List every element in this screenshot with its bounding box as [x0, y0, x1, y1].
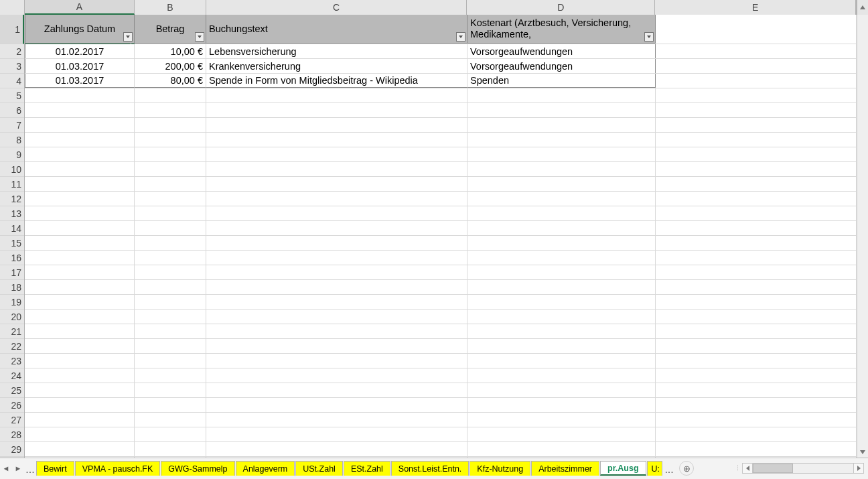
cell-E14[interactable]	[656, 221, 857, 235]
cell-E22[interactable]	[656, 339, 857, 353]
cell-A27[interactable]	[25, 413, 135, 427]
cell-E23[interactable]	[656, 354, 857, 368]
cell-A30[interactable]	[25, 457, 135, 458]
row-header-16[interactable]: 16	[0, 251, 24, 265]
cell-D14[interactable]	[467, 221, 656, 235]
cell-B9[interactable]	[135, 147, 206, 161]
cell-A15[interactable]	[25, 236, 135, 250]
cell-C25[interactable]	[206, 383, 467, 397]
cell-D6[interactable]	[467, 103, 656, 117]
cell-D29[interactable]	[467, 442, 656, 456]
cell-E15[interactable]	[656, 236, 857, 250]
cell-B8[interactable]	[135, 133, 206, 147]
cell-A4[interactable]: 01.03.2017	[25, 74, 135, 88]
tabs-nav-next[interactable]: ►	[12, 461, 24, 476]
cell-B29[interactable]	[135, 442, 206, 456]
cell-E17[interactable]	[656, 265, 857, 279]
row-header-23[interactable]: 23	[0, 354, 24, 368]
sheet-tab[interactable]: Kfz-Nutzung	[469, 461, 530, 476]
cell-D7[interactable]	[467, 118, 656, 132]
cell-C10[interactable]	[206, 162, 467, 176]
vscroll-down-button[interactable]	[857, 447, 868, 458]
row-header-17[interactable]: 17	[0, 265, 24, 280]
cell-D25[interactable]	[467, 383, 656, 397]
cell-B12[interactable]	[135, 192, 206, 206]
cell-E7[interactable]	[656, 118, 857, 132]
cell-D16[interactable]	[467, 251, 656, 265]
cell-C21[interactable]	[206, 324, 467, 338]
row-header-24[interactable]: 24	[0, 368, 24, 383]
cell-E4[interactable]	[656, 74, 857, 88]
cell-C30[interactable]	[206, 457, 467, 458]
cell-A25[interactable]	[25, 383, 135, 397]
cell-D19[interactable]	[467, 295, 656, 309]
hscroll-grip-icon[interactable]: ⋮	[735, 465, 740, 472]
cell-C6[interactable]	[206, 103, 467, 117]
row-header-5[interactable]: 5	[0, 88, 24, 103]
cell-A26[interactable]	[25, 398, 135, 412]
sheet-tab[interactable]: ESt.Zahl	[344, 461, 390, 476]
cell-C24[interactable]	[206, 368, 467, 383]
cell-D23[interactable]	[467, 354, 656, 368]
cell-C18[interactable]	[206, 280, 467, 294]
row-header-13[interactable]: 13	[0, 206, 24, 221]
select-all-corner[interactable]	[0, 0, 25, 15]
table-header-betrag[interactable]: Betrag	[135, 15, 206, 44]
cell-D26[interactable]	[467, 398, 656, 412]
cell-C14[interactable]	[206, 221, 467, 235]
row-header-20[interactable]: 20	[0, 310, 24, 324]
cell-A8[interactable]	[25, 133, 135, 147]
cell-A12[interactable]	[25, 192, 135, 206]
row-header-30[interactable]: 30	[0, 457, 24, 458]
cell-A5[interactable]	[25, 88, 135, 102]
row-header-15[interactable]: 15	[0, 236, 24, 251]
cell-D2[interactable]: Vorsorgeaufwendungen	[467, 44, 656, 58]
cell-E20[interactable]	[656, 310, 857, 324]
row-header-18[interactable]: 18	[0, 280, 24, 295]
hscroll-thumb[interactable]	[753, 464, 793, 473]
row-header-29[interactable]: 29	[0, 442, 24, 457]
cell-A7[interactable]	[25, 118, 135, 132]
row-header-10[interactable]: 10	[0, 162, 24, 177]
cell-E3[interactable]	[656, 59, 857, 73]
cell-B24[interactable]	[135, 368, 206, 383]
cell-C13[interactable]	[206, 206, 467, 220]
cell-B23[interactable]	[135, 354, 206, 368]
cell-C15[interactable]	[206, 236, 467, 250]
cell-B17[interactable]	[135, 265, 206, 279]
cell-A2[interactable]: 01.02.2017	[25, 44, 135, 58]
cell-A28[interactable]	[25, 427, 135, 441]
cell-B4[interactable]: 80,00 €	[135, 74, 206, 88]
cell-D15[interactable]	[467, 236, 656, 250]
cell-C28[interactable]	[206, 427, 467, 441]
cell-E12[interactable]	[656, 192, 857, 206]
row-header-6[interactable]: 6	[0, 103, 24, 118]
cell-A11[interactable]	[25, 177, 135, 191]
cell-C2[interactable]: Lebensversicherung	[206, 44, 467, 58]
cell-B15[interactable]	[135, 236, 206, 250]
cell-B14[interactable]	[135, 221, 206, 235]
cell-B27[interactable]	[135, 413, 206, 427]
cell-E24[interactable]	[656, 368, 857, 383]
cell-D21[interactable]	[467, 324, 656, 338]
cell-B6[interactable]	[135, 103, 206, 117]
cell-C20[interactable]	[206, 310, 467, 324]
cell-A19[interactable]	[25, 295, 135, 309]
cell-E11[interactable]	[656, 177, 857, 191]
sheet-tab[interactable]: Arbeitszimmer	[531, 461, 599, 476]
cell-D27[interactable]	[467, 413, 656, 427]
row-header-28[interactable]: 28	[0, 427, 24, 442]
cell-B26[interactable]	[135, 398, 206, 412]
col-header-B[interactable]: B	[135, 0, 206, 15]
cell-A14[interactable]	[25, 221, 135, 235]
cell-E13[interactable]	[656, 206, 857, 220]
row-header-11[interactable]: 11	[0, 177, 24, 192]
table-header-kostenart[interactable]: Kostenart (Arztbesuch, Versicherung, Med…	[467, 15, 656, 44]
col-header-D[interactable]: D	[467, 0, 655, 15]
cell-D24[interactable]	[467, 368, 656, 383]
cell-E5[interactable]	[656, 88, 857, 102]
row-header-7[interactable]: 7	[0, 118, 24, 133]
row-header-12[interactable]: 12	[0, 192, 24, 206]
cell-A17[interactable]	[25, 265, 135, 279]
cell-D28[interactable]	[467, 427, 656, 441]
